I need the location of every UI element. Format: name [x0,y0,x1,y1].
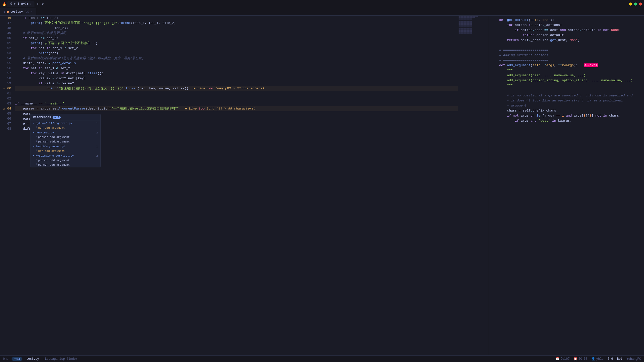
ref-call-label: parser.add_argument [38,140,70,143]
ref-file-python311: python3.11/argparse.py [36,122,72,125]
editor-container: 46 47 48 49 50 51 52 53 54 55 56 57 58 5… [0,16,644,355]
ref-linenum: 2 [96,131,98,134]
status-date: 📅 Jul07 [556,357,570,361]
cmdline: test.py [26,357,39,361]
window-tab-label: 0 ● 1 nvim [10,2,28,6]
code-line-61 [15,91,458,96]
func-line-comment4: # if no positional args are supplied or … [491,93,641,98]
branch-name: nvim [14,357,20,360]
file-tab-test-py[interactable]: 1 test.py (3) ✕ [0,8,36,15]
code-line-62 [15,96,458,101]
func-code[interactable]: def get_default(self, dest): for action … [488,16,644,355]
lsp-label: :Lspsaga lsp_finder [43,357,77,361]
window-controls [629,3,642,6]
file-modified-dot [7,11,9,13]
reference-popup: References → 6 ▾ python3.11/argparse.py … [30,114,101,167]
code-line-49: # 然后检查端口名称是否相同 [15,31,458,36]
date-value: Jul07 [560,357,570,361]
func-line-if-not-args: if not args or len(args) == 1 and args[0… [491,113,641,118]
func-line-docstring-2: add_argument(option_string, option_strin… [491,78,641,83]
code-line-52: for net in set_1 ^ set_2: [15,46,458,51]
file-tab-close[interactable]: ✕ [31,10,32,13]
func-line-comment3: # ======================= [491,58,641,63]
func-line-docstring-1: add_argument(dest, ..., name=value, ...) [491,73,641,78]
scroll-pct: Bot [617,357,623,361]
code-line-58: value2 = dict2[net][key] [15,76,458,81]
ref-call-label: parser.add_argument [38,163,70,166]
ref-chevron-icon[interactable]: ▾ [33,145,35,148]
ref-call-label: parser.add_argument [38,136,70,139]
ref-file-gen-test: gen/test.py [36,131,54,134]
code-line-51: print("以下端口在两个文件中不都存在：") [15,41,458,46]
func-line-if-args-dest: if args and 'dest' in kwargs: [491,118,641,123]
func-line-1: def get_default(self, dest): [491,18,641,23]
ref-chevron-icon[interactable]: ▾ [33,154,35,157]
ref-item-def-add-argument-2[interactable]: └ def add_argument [30,149,100,153]
ref-chevron-icon[interactable]: ▾ [33,131,35,134]
ref-group-python311[interactable]: ▾ python3.11/argparse.py 1 [30,121,100,126]
func-line-comment2: # Adding argument actions [491,53,641,58]
ref-branch-icon: └ [35,126,37,129]
code-line-56: for net in set_1 & set_2: [15,66,458,71]
func-line-docstring-open: """ [491,68,641,73]
ref-count: → 6 [53,116,61,119]
window-tab-close[interactable]: ✕ [30,3,31,6]
ref-item-parser-add-4[interactable]: └ parser.add_argument [30,163,100,167]
func-line-2: for action in self._actions: [491,23,641,28]
code-area: 46 47 48 49 50 51 52 53 54 55 56 57 58 5… [0,16,488,355]
ref-def-label: def add_argument [38,126,65,129]
code-line-47: print("两个文件的端口数量不同！\n{}: {}\n{}: {}".for… [15,21,458,26]
func-line-4: return action.default [491,33,641,38]
main-editor: 46 47 48 49 50 51 52 53 54 55 56 57 58 5… [0,16,488,355]
branch-badge[interactable]: nvim [12,357,22,361]
code-line-46: if len_1 != len_2: [15,16,458,21]
ref-group-gen-test[interactable]: ▾ gen/test.py 2 [30,130,100,135]
func-line-comment1: # ======================= [491,48,641,53]
ref-file-2and3: 2and3/argparse.pyi [36,145,66,148]
file-tab-number: 1 [4,10,5,13]
new-tab-button[interactable]: + [35,2,40,6]
func-line-blank2 [491,88,641,93]
status-scroll: Bot [617,357,623,361]
tab-dropdown-button[interactable]: ▾ [41,2,45,7]
code-line-59: if value != value2: [15,81,458,86]
ref-branch-icon: └ [35,136,37,139]
code-line-57: for key, value in dict1[net].items(): [15,71,458,76]
ref-branch-icon: └ [35,140,37,143]
code-content[interactable]: if len_1 != len_2: print("两个文件的端口数量不同！\n… [13,16,458,355]
ref-chevron-icon[interactable]: ▾ [33,122,35,125]
ref-header: References → 6 [30,114,100,121]
window-tab[interactable]: 0 ● 1 nvim ✕ [7,1,34,7]
maximize-button[interactable] [634,3,637,6]
code-line-55: dict1, dict2 = port_details [15,61,458,66]
lsp-status: :Lspsaga lsp_finder [43,357,77,361]
ref-item-parser-add-2[interactable]: └ parser.add_argument [30,139,100,144]
status-user: 👤 yhlu [591,357,603,361]
ref-group-myspinal[interactable]: ▾ MySpinalProject/test.py 2 [30,153,100,158]
ref-item-parser-add-1[interactable]: └ parser.add_argument [30,135,100,139]
ref-item-parser-add-3[interactable]: └ parser.add_argument [30,158,100,163]
func-line-comment6: # argument [491,103,641,108]
ref-group-2and3[interactable]: ▾ 2and3/argparse.pyi 1 [30,144,100,149]
ref-item-def-add-argument-1[interactable]: └ def add_argument [30,126,100,130]
host-value: YuhangPC [626,357,641,361]
close-button[interactable] [639,3,642,6]
status-time: ⏰ 20:58 [574,357,587,361]
func-line-blank1 [491,43,641,48]
ref-branch-icon: └ [35,150,37,153]
ref-def-label: def add_argument [38,150,65,153]
clock-icon: ⏰ [574,357,577,361]
ref-branch-icon: └ [35,163,37,166]
code-line-64: parser = argparse.ArgumentParser(descrip… [15,106,458,111]
error-count: 0 [3,357,5,361]
minimize-button[interactable] [629,3,632,6]
func-line-chars: chars = self.prefix_chars [491,108,641,113]
titlebar: 🔥 0 ● 1 nvim ✕ + ▾ [0,0,644,8]
ref-branch-icon: └ [35,159,37,162]
ref-linenum: 1 [96,122,98,125]
statusbar: 0 ⚠ nvim test.py :Lspsaga lsp_finder 📅 J… [0,355,644,362]
ref-file-myspinal: MySpinalProject/test.py [36,154,74,157]
func-line-5: return self._defaults.get(dest, None) [491,38,641,43]
file-tabs-bar: 1 test.py (3) ✕ [0,8,644,16]
file-path: test.py [26,357,39,361]
